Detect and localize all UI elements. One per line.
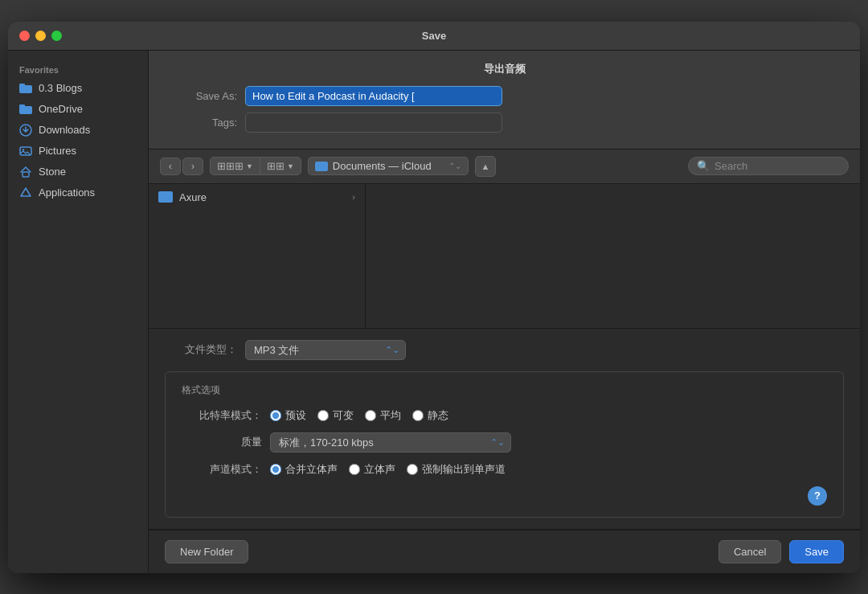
sidebar-item-stone[interactable]: Stone: [8, 162, 148, 182]
file-name: Axure: [179, 191, 207, 203]
radio-mono[interactable]: 强制输出到单声道: [407, 462, 506, 477]
sidebar-item-label: Stone: [39, 166, 66, 178]
cancel-button[interactable]: Cancel: [719, 540, 781, 563]
pictures-icon: [19, 145, 32, 158]
save-button[interactable]: Save: [789, 540, 844, 563]
help-row: ?: [182, 486, 827, 506]
radio-static[interactable]: 静态: [412, 408, 448, 423]
action-bar: New Folder Cancel Save: [149, 530, 860, 573]
file-type-row: 文件类型： MP3 文件 WAV 文件 OGG 文件 FLAC 文件: [165, 340, 844, 360]
maximize-button[interactable]: [51, 31, 62, 41]
quality-select-wrapper: 标准，170-210 kbps 低，145-185 kbps 高，220-260…: [270, 432, 511, 453]
quality-row: 质量 标准，170-210 kbps 低，145-185 kbps 高，220-…: [182, 432, 827, 453]
list-chevron: ▼: [287, 162, 294, 170]
save-as-row: Save As:: [165, 86, 844, 106]
sidebar-item-label: OneDrive: [39, 103, 83, 115]
toolbar-row: ‹ › ⊞⊞⊞ ▼ ⊞⊞ ▼ Documents — iCloud: [149, 150, 860, 184]
radio-variable[interactable]: 可变: [317, 408, 354, 423]
tags-row: Tags:: [165, 113, 844, 133]
minimize-button[interactable]: [35, 31, 46, 41]
sidebar-item-downloads[interactable]: Downloads: [8, 120, 148, 141]
bottom-section: 文件类型： MP3 文件 WAV 文件 OGG 文件 FLAC 文件 格式选项: [149, 329, 860, 530]
sidebar-item-onedrive[interactable]: OneDrive: [8, 99, 148, 120]
new-folder-button[interactable]: New Folder: [165, 540, 248, 563]
header-section: 导出音频 Save As: Tags:: [149, 51, 860, 150]
search-box: 🔍: [688, 157, 849, 175]
svg-rect-7: [23, 172, 29, 177]
close-button[interactable]: [19, 31, 30, 41]
sidebar-item-label: Downloads: [39, 124, 90, 136]
mono-label: 强制输出到单声道: [422, 462, 506, 477]
traffic-lights: [19, 31, 62, 41]
radio-joint-stereo[interactable]: 合并立体声: [270, 462, 338, 477]
channel-mode-row: 声道模式： 合并立体声 立体声: [182, 462, 827, 477]
main-content: Favorites 0.3 Blogs OneDrive: [8, 51, 860, 573]
window-title: Save: [422, 30, 446, 42]
help-button[interactable]: ?: [808, 486, 827, 506]
sidebar-section-label: Favorites: [8, 60, 148, 78]
back-button[interactable]: ‹: [160, 158, 181, 175]
file-type-select[interactable]: MP3 文件 WAV 文件 OGG 文件 FLAC 文件: [245, 340, 406, 360]
quality-label: 质量: [182, 435, 262, 449]
svg-rect-3: [19, 104, 25, 108]
sidebar-item-label: Pictures: [39, 145, 76, 157]
radio-stereo[interactable]: 立体声: [349, 462, 395, 477]
folder-icon: [19, 103, 32, 116]
dialog-title: 导出音频: [165, 62, 844, 76]
variable-label: 可变: [333, 408, 354, 423]
action-buttons: Cancel Save: [719, 540, 844, 563]
sidebar-item-applications[interactable]: Applications: [8, 182, 148, 203]
file-type-select-wrapper: MP3 文件 WAV 文件 OGG 文件 FLAC 文件: [245, 340, 406, 360]
channel-mode-radio-group: 合并立体声 立体声 强制输出到单声道: [270, 462, 506, 477]
tags-label: Tags:: [165, 117, 237, 129]
file-browser: Axure ›: [149, 184, 860, 329]
save-dialog: Save Favorites 0.3 Blogs OneDrive: [8, 22, 860, 573]
sidebar-item-pictures[interactable]: Pictures: [8, 141, 148, 162]
columns-chevron: ▼: [246, 162, 253, 170]
sidebar-item-label: 0.3 Blogs: [39, 82, 82, 94]
nav-buttons: ‹ ›: [160, 158, 203, 175]
radio-preset[interactable]: 预设: [270, 408, 306, 423]
svg-rect-1: [19, 84, 25, 87]
quality-select[interactable]: 标准，170-210 kbps 低，145-185 kbps 高，220-260…: [270, 432, 511, 453]
tags-input[interactable]: [245, 113, 502, 133]
title-bar: Save: [8, 22, 860, 51]
file-column: Axure ›: [149, 184, 366, 328]
search-input[interactable]: [714, 160, 850, 172]
list-icon: ⊞⊞: [267, 160, 285, 172]
folder-icon: [19, 82, 32, 95]
sidebar-item-label: Applications: [39, 186, 95, 199]
right-panel: 导出音频 Save As: Tags: ‹ › ⊞⊞⊞: [149, 51, 860, 573]
view-toggle-group: ⊞⊞⊞ ▼ ⊞⊞ ▼: [210, 157, 301, 175]
expand-button[interactable]: ▲: [475, 156, 496, 177]
folder-icon: [158, 191, 173, 203]
preset-label: 预设: [285, 408, 306, 423]
download-icon: [19, 124, 32, 137]
search-icon: 🔍: [697, 160, 710, 172]
average-label: 平均: [380, 408, 401, 423]
file-item-axure[interactable]: Axure ›: [149, 187, 365, 207]
sidebar-item-blogs[interactable]: 0.3 Blogs: [8, 78, 148, 99]
forward-button[interactable]: ›: [182, 158, 203, 175]
bitrate-mode-radio-group: 预设 可变 平均 静态: [270, 408, 448, 423]
file-type-label: 文件类型：: [165, 342, 237, 357]
bitrate-mode-label: 比特率模式：: [182, 408, 262, 423]
static-label: 静态: [428, 408, 448, 423]
columns-icon: ⊞⊞⊞: [217, 160, 244, 172]
save-as-input[interactable]: [245, 86, 502, 106]
radio-average[interactable]: 平均: [365, 408, 401, 423]
channel-mode-label: 声道模式：: [182, 462, 262, 477]
joint-stereo-label: 合并立体声: [285, 462, 338, 477]
chevron-right-icon: ›: [352, 192, 355, 202]
bitrate-mode-row: 比特率模式： 预设 可变: [182, 408, 827, 423]
view-list-button[interactable]: ⊞⊞ ▼: [260, 158, 301, 174]
format-options: 格式选项 比特率模式： 预设 可变: [165, 371, 844, 518]
location-folder-icon: [315, 162, 328, 171]
home-icon: [19, 166, 32, 178]
location-text: Documents — iCloud: [333, 160, 444, 172]
save-as-label: Save As:: [165, 90, 237, 102]
format-options-title: 格式选项: [182, 383, 827, 397]
location-dropdown-arrow: ⌃⌄: [448, 162, 461, 170]
location-dropdown[interactable]: Documents — iCloud ⌃⌄: [308, 157, 469, 175]
view-columns-button[interactable]: ⊞⊞⊞ ▼: [211, 158, 260, 174]
